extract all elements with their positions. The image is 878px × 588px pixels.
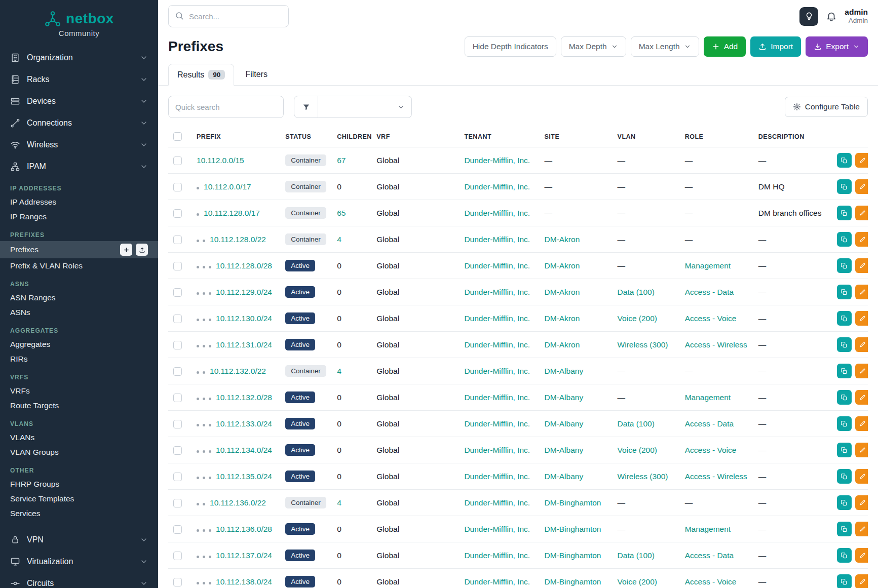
site-link[interactable]: DM-Albany xyxy=(545,419,584,428)
sidebar-item-route-targets[interactable]: Route Targets xyxy=(0,398,158,413)
site-link[interactable]: DM-Akron xyxy=(545,261,580,270)
row-checkbox[interactable] xyxy=(173,288,182,297)
column-header-site[interactable]: SITE xyxy=(540,126,613,147)
edit-button[interactable] xyxy=(855,548,868,563)
tenant-link[interactable]: Dunder-Mifflin, Inc. xyxy=(464,156,530,165)
search-input[interactable] xyxy=(168,5,289,27)
copy-button[interactable] xyxy=(837,232,852,247)
role-link[interactable]: Access - Data xyxy=(685,288,734,296)
edit-button[interactable] xyxy=(855,179,868,194)
tenant-link[interactable]: Dunder-Mifflin, Inc. xyxy=(464,393,530,402)
tenant-link[interactable]: Dunder-Mifflin, Inc. xyxy=(464,182,530,191)
row-checkbox[interactable] xyxy=(173,367,182,376)
tenant-link[interactable]: Dunder-Mifflin, Inc. xyxy=(464,367,530,375)
prefix-link[interactable]: 10.112.132.0/22 xyxy=(210,367,266,375)
tenant-link[interactable]: Dunder-Mifflin, Inc. xyxy=(464,577,530,586)
sidebar-item-virtualization[interactable]: Virtualization xyxy=(0,551,158,572)
user-menu[interactable]: admin Admin xyxy=(845,7,868,25)
sidebar-item-rirs[interactable]: RIRs xyxy=(0,351,158,366)
site-link[interactable]: DM-Binghamton xyxy=(545,577,601,586)
tenant-link[interactable]: Dunder-Mifflin, Inc. xyxy=(464,472,530,481)
sidebar-item-ipam[interactable]: IPAM xyxy=(0,155,158,177)
sidebar-item-prefixes[interactable]: Prefixes xyxy=(0,241,158,258)
hide-depth-indicators-button[interactable]: Hide Depth Indicators xyxy=(465,36,556,57)
tenant-link[interactable]: Dunder-Mifflin, Inc. xyxy=(464,261,530,270)
role-link[interactable]: Access - Voice xyxy=(685,446,737,454)
column-header-children[interactable]: CHILDREN xyxy=(332,126,371,147)
vlan-link[interactable]: Voice (200) xyxy=(618,577,657,586)
children-link[interactable]: 65 xyxy=(337,209,346,217)
children-link[interactable]: 4 xyxy=(337,498,341,507)
sidebar-item-ip-addresses[interactable]: IP Addresses xyxy=(0,194,158,209)
row-checkbox[interactable] xyxy=(173,183,182,191)
row-checkbox[interactable] xyxy=(173,420,182,428)
copy-button[interactable] xyxy=(837,337,852,352)
row-checkbox[interactable] xyxy=(173,315,182,323)
tenant-link[interactable]: Dunder-Mifflin, Inc. xyxy=(464,551,530,560)
role-link[interactable]: Management xyxy=(685,261,731,270)
column-header-status[interactable]: STATUS xyxy=(280,126,332,147)
role-link[interactable]: Access - Voice xyxy=(685,577,737,586)
site-link[interactable]: DM-Akron xyxy=(545,340,580,349)
copy-button[interactable] xyxy=(837,416,852,431)
sidebar-item-vlan-groups[interactable]: VLAN Groups xyxy=(0,445,158,459)
edit-button[interactable] xyxy=(855,153,868,168)
prefix-link[interactable]: 10.112.0.0/17 xyxy=(204,182,251,191)
vlan-link[interactable]: Wireless (300) xyxy=(618,340,668,349)
edit-button[interactable] xyxy=(855,206,868,220)
edit-button[interactable] xyxy=(855,522,868,536)
vlan-link[interactable]: Voice (200) xyxy=(618,314,657,323)
tab-results[interactable]: Results 90 xyxy=(168,64,234,86)
column-header-vlan[interactable]: VLAN xyxy=(613,126,680,147)
children-link[interactable]: 4 xyxy=(337,235,341,244)
site-link[interactable]: DM-Binghamton xyxy=(545,498,601,507)
prefix-link[interactable]: 10.112.136.0/28 xyxy=(216,525,272,533)
row-checkbox[interactable] xyxy=(173,341,182,349)
sidebar-item-devices[interactable]: Devices xyxy=(0,90,158,112)
row-checkbox[interactable] xyxy=(173,578,182,586)
copy-button[interactable] xyxy=(837,206,852,220)
site-link[interactable]: DM-Albany xyxy=(545,367,584,375)
row-checkbox[interactable] xyxy=(173,262,182,270)
vlan-link[interactable]: Data (100) xyxy=(618,288,655,296)
copy-button[interactable] xyxy=(837,495,852,510)
sidebar-item-organization[interactable]: Organization xyxy=(0,47,158,68)
copy-button[interactable] xyxy=(837,522,852,536)
sidebar-item-circuits[interactable]: Circuits xyxy=(0,572,158,588)
copy-button[interactable] xyxy=(837,153,852,168)
import-button[interactable]: Import xyxy=(750,36,801,57)
site-link[interactable]: DM-Albany xyxy=(545,472,584,481)
sidebar-item-prefix-vlan-roles[interactable]: Prefix & VLAN Roles xyxy=(0,258,158,273)
copy-button[interactable] xyxy=(837,548,852,563)
prefix-link[interactable]: 10.112.138.0/24 xyxy=(216,577,272,586)
vlan-link[interactable]: Data (100) xyxy=(618,551,655,560)
vlan-link[interactable]: Voice (200) xyxy=(618,446,657,454)
site-link[interactable]: DM-Binghamton xyxy=(545,525,601,533)
site-link[interactable]: DM-Albany xyxy=(545,446,584,454)
sidebar-item-service-templates[interactable]: Service Templates xyxy=(0,491,158,506)
column-header-vrf[interactable]: VRF xyxy=(371,126,459,147)
prefix-link[interactable]: 10.112.130.0/24 xyxy=(216,314,272,323)
prefix-link[interactable]: 10.112.132.0/28 xyxy=(216,393,272,402)
tenant-link[interactable]: Dunder-Mifflin, Inc. xyxy=(464,419,530,428)
copy-button[interactable] xyxy=(837,311,852,326)
prefix-link[interactable]: 10.112.129.0/24 xyxy=(216,288,272,296)
select-all-checkbox[interactable] xyxy=(173,132,182,141)
max-length-dropdown[interactable]: Max Length xyxy=(631,36,699,57)
row-checkbox[interactable] xyxy=(173,499,182,507)
prefix-link[interactable]: 10.112.0.0/15 xyxy=(197,156,244,165)
prefix-link[interactable]: 10.112.133.0/24 xyxy=(216,419,272,428)
import-prefix-button[interactable] xyxy=(136,244,148,256)
row-checkbox[interactable] xyxy=(173,394,182,402)
row-checkbox[interactable] xyxy=(173,552,182,560)
edit-button[interactable] xyxy=(855,311,868,326)
edit-button[interactable] xyxy=(855,258,868,273)
sidebar-item-vlans[interactable]: VLANs xyxy=(0,430,158,445)
edit-button[interactable] xyxy=(855,574,868,588)
sidebar-item-wireless[interactable]: Wireless xyxy=(0,134,158,155)
sidebar-item-vrfs[interactable]: VRFs xyxy=(0,383,158,398)
sidebar-item-asns[interactable]: ASNs xyxy=(0,305,158,320)
edit-button[interactable] xyxy=(855,443,868,457)
tenant-link[interactable]: Dunder-Mifflin, Inc. xyxy=(464,288,530,296)
copy-button[interactable] xyxy=(837,258,852,273)
